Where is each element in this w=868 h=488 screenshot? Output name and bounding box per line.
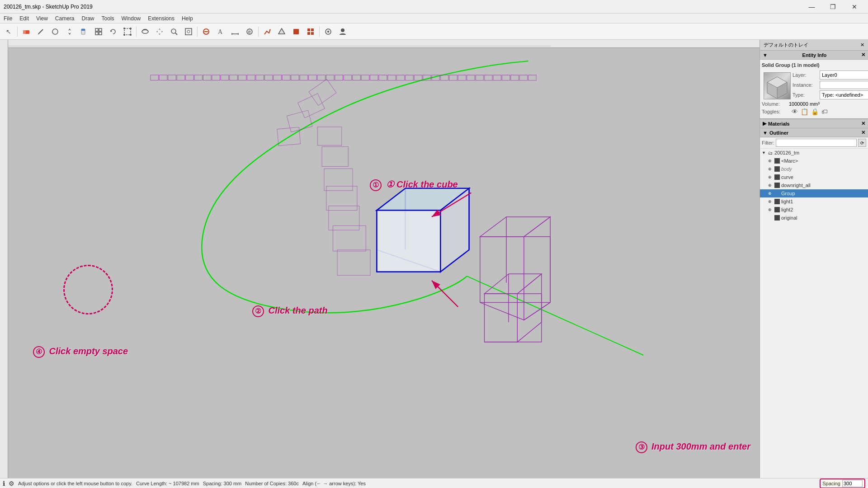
materials-expand-icon: ▶ [763,121,766,127]
advanced-camera-tool[interactable] [321,25,335,38]
utility-tool[interactable] [304,25,317,38]
toggle-cast-shadow-icon[interactable]: 🏷 [821,108,828,115]
rotate-tool[interactable] [106,25,120,38]
menu-draw[interactable]: Draw [78,14,98,23]
filter-input[interactable] [776,139,857,147]
menu-tools[interactable]: Tools [98,14,118,23]
follow-me-tool[interactable] [260,25,274,38]
viewport[interactable]: ① ① Click the cube ② Click the path ④ Cl… [8,48,760,478]
materials-close-icon[interactable]: ✕ [861,121,865,127]
svg-point-17 [130,34,132,36]
toggle-visible-icon[interactable]: 👁 [792,108,798,115]
downright-expand-icon[interactable]: ⊕ [768,183,774,188]
tray-header: デフォルトのトレイ ✕ [760,40,868,51]
tree-item-group[interactable]: ⊕ Group [760,189,868,197]
tray-close-icon[interactable]: ✕ [860,42,864,48]
tree-item-curve[interactable]: ⊕ curve [760,173,868,181]
menu-view[interactable]: View [33,14,52,23]
scale-tool[interactable] [121,25,134,38]
tree-item-marc[interactable]: ⊕ <Marc> [760,157,868,165]
body-expand-icon[interactable]: ⊕ [768,167,774,171]
svg-rect-35 [293,29,299,34]
extension-tool[interactable]: e [243,25,256,38]
svg-rect-51 [194,75,202,80]
component-tool[interactable] [92,25,105,38]
select-tool[interactable]: ↖ [2,25,15,38]
user-icon[interactable] [336,25,349,38]
close-button[interactable]: ✕ [844,0,864,14]
annotation-step2: ② Click the path [252,305,328,317]
canvas-area[interactable]: ① ① Click the cube ② Click the path ④ Cl… [0,40,760,478]
entity-info-close-icon[interactable]: ✕ [861,52,865,57]
menu-extensions[interactable]: Extensions [144,14,178,23]
text-tool[interactable]: A [214,25,227,38]
svg-line-22 [175,33,177,35]
main-area: ① ① Click the cube ② Click the path ④ Cl… [0,40,868,478]
svg-rect-98 [329,206,359,230]
solid-tool[interactable] [289,25,303,38]
entity-info-header[interactable]: ▼ Entity Info ✕ [760,51,868,60]
filter-refresh-button[interactable]: ⟳ [858,139,866,147]
group-expand-icon[interactable]: ⊕ [768,191,774,196]
menu-file[interactable]: File [0,14,16,23]
pencil-tool[interactable] [34,25,47,38]
svg-line-115 [524,302,550,320]
root-expand-icon[interactable]: ▼ [762,150,768,155]
spacing-input-area: Spacing [820,479,865,488]
ruler-top [0,40,760,48]
orbit-tool[interactable] [138,25,152,38]
svg-rect-69 [353,75,360,80]
tree-item-downright-all[interactable]: ⊕ downright_all [760,181,868,189]
zoom-tool[interactable] [167,25,181,38]
eraser-tool[interactable] [19,25,33,38]
layer-select[interactable]: Layer0 [820,70,868,80]
tree-root[interactable]: ▼ 🗂 200126_tm [760,149,868,157]
menu-window[interactable]: Window [118,14,145,23]
tree-item-body[interactable]: ⊕ body [760,165,868,173]
svg-rect-23 [185,28,192,35]
light1-expand-icon[interactable]: ⊕ [768,199,774,204]
restore-button[interactable]: ❐ [823,0,843,14]
pan-tool[interactable] [153,25,166,38]
menu-edit[interactable]: Edit [16,14,33,23]
spacing-input[interactable] [842,480,863,487]
svg-rect-57 [247,75,255,80]
tree-item-light2[interactable]: ⊕ light2 [760,206,868,214]
zoom-extents-tool[interactable] [182,25,195,38]
outliner-header[interactable]: ▼ Outliner ✕ [760,128,868,137]
marc-expand-icon[interactable]: ⊕ [768,159,774,163]
menu-camera[interactable]: Camera [52,14,78,23]
svg-marker-3 [38,34,39,35]
svg-rect-58 [256,75,264,80]
svg-rect-11 [99,32,102,35]
sandbox-tool[interactable] [275,25,288,38]
instance-input[interactable] [820,81,868,89]
curve-expand-icon[interactable]: ⊕ [768,175,774,179]
outliner-close-icon[interactable]: ✕ [861,130,865,136]
svg-rect-89 [528,75,536,80]
menu-help[interactable]: Help [178,14,197,23]
status-settings-icon[interactable]: ⚙ [9,480,14,487]
svg-rect-50 [186,75,193,80]
tree-item-original[interactable]: original [760,214,868,222]
minimize-button[interactable]: — [802,0,822,14]
toggle-copy-icon[interactable]: 📋 [801,108,808,115]
svg-rect-76 [414,75,422,80]
downright-label: downright_all [781,183,866,188]
svg-rect-9 [99,28,102,31]
svg-rect-72 [379,75,387,80]
dimension-tool[interactable] [228,25,242,38]
section-tool[interactable] [199,25,213,38]
status-info-icon[interactable]: ℹ [3,480,5,487]
move-tool[interactable] [63,25,76,38]
paint-tool[interactable] [77,25,91,38]
marc-icon [774,158,780,164]
tree-item-light1[interactable]: ⊕ light1 [760,197,868,206]
svg-rect-64 [309,75,316,80]
type-select[interactable]: Type: <undefined> [820,90,868,99]
light2-expand-icon[interactable]: ⊕ [768,207,774,212]
shape-tool[interactable] [48,25,62,38]
toggle-lock-icon[interactable]: 🔒 [811,108,819,115]
entity-info-top-row: Layer: Layer0 Instance: Type: [762,70,866,101]
materials-panel-header[interactable]: ▶ Materials ✕ [760,119,868,128]
